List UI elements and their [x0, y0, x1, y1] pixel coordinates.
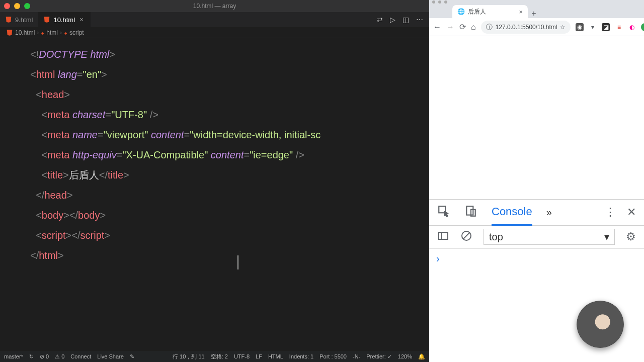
clear-console-icon[interactable]: [460, 230, 472, 244]
svg-rect-3: [439, 232, 448, 239]
tag-icon: ⬥: [64, 29, 67, 36]
indent-setting[interactable]: 空格: 2: [211, 353, 228, 360]
breadcrumb-item[interactable]: script: [69, 29, 84, 36]
inspect-element-icon[interactable]: [437, 205, 450, 220]
breadcrumb-item[interactable]: 10.html: [15, 29, 35, 36]
code-token: html: [91, 49, 110, 60]
browser-tab[interactable]: 🌐 后盾人 ×: [452, 5, 528, 18]
compare-icon[interactable]: ⇄: [377, 16, 383, 24]
more-tabs-icon[interactable]: »: [546, 207, 552, 218]
profile-avatar-icon[interactable]: [641, 23, 644, 31]
minimize-window-icon[interactable]: [14, 3, 20, 9]
svg-rect-1: [466, 206, 473, 215]
split-editor-icon[interactable]: ◫: [403, 16, 409, 24]
tag-icon: ⬥: [41, 29, 44, 36]
sync-icon[interactable]: ↻: [29, 353, 34, 360]
code-token: lang: [58, 69, 77, 80]
minimize-window-icon[interactable]: [438, 1, 441, 4]
extension-icon[interactable]: ◪: [602, 23, 610, 31]
code-token: body: [78, 210, 100, 221]
address-bar[interactable]: ⓘ 127.0.0.1:5500/10.html ☆: [481, 21, 571, 34]
device-toolbar-icon[interactable]: [464, 205, 477, 220]
notifications-icon[interactable]: 🔔: [418, 353, 425, 360]
code-token: body: [42, 210, 63, 221]
cursor-position[interactable]: 行 10，列 11: [173, 353, 205, 360]
html-file-icon: [6, 29, 13, 36]
extension-icon[interactable]: ◐: [628, 23, 636, 31]
close-tab-icon[interactable]: ×: [519, 8, 523, 16]
editor-tab-bar: 9.html 10.html × ⇄ ▷ ◫ ⋯: [0, 12, 429, 27]
globe-icon: 🌐: [457, 8, 465, 15]
code-token: html: [36, 69, 55, 80]
feedback-icon[interactable]: ✎: [130, 353, 134, 360]
eol[interactable]: LF: [256, 353, 262, 359]
chevron-right-icon: ›: [37, 29, 39, 36]
site-info-icon[interactable]: ⓘ: [486, 23, 493, 32]
code-token: "X-UA-Compatible": [122, 149, 208, 160]
errors-count[interactable]: ⊘ 0: [40, 353, 49, 360]
devtools-tab-bar: Console » ⋮ ✕: [429, 200, 644, 226]
maximize-window-icon[interactable]: [444, 1, 447, 4]
extension-icon[interactable]: ▾: [589, 23, 597, 31]
star-icon[interactable]: ☆: [560, 24, 566, 31]
console-output[interactable]: ›: [429, 249, 644, 268]
console-prompt-icon: ›: [436, 253, 440, 264]
warnings-count[interactable]: ⚠ 0: [55, 353, 64, 360]
context-selector[interactable]: top ▾: [484, 229, 615, 245]
code-token: title: [47, 169, 63, 180]
extension-icon[interactable]: ≡: [615, 23, 623, 31]
encoding[interactable]: UTF-8: [234, 353, 250, 359]
console-sidebar-icon[interactable]: [437, 230, 449, 244]
svg-line-6: [463, 233, 469, 239]
git-branch[interactable]: master*: [4, 353, 23, 359]
extension-icon[interactable]: ◉: [576, 23, 584, 31]
tab-title: 后盾人: [468, 8, 486, 16]
run-icon[interactable]: ▷: [390, 16, 395, 24]
forward-button[interactable]: →: [446, 23, 454, 32]
close-tab-icon[interactable]: ×: [78, 16, 85, 23]
code-token: meta: [47, 149, 69, 160]
vim-mode[interactable]: -N-: [353, 353, 360, 359]
code-token: html: [39, 250, 58, 261]
code-token: "en": [83, 69, 101, 80]
more-icon[interactable]: ⋯: [416, 16, 423, 24]
tab-console[interactable]: Console: [492, 199, 532, 226]
code-token: content: [151, 129, 184, 140]
html-file-icon: [5, 16, 12, 23]
code-editor[interactable]: <!DOCTYPE html> <html lang="en"> <head> …: [0, 38, 429, 351]
back-button[interactable]: ←: [433, 23, 441, 32]
page-viewport[interactable]: [429, 36, 644, 199]
console-settings-icon[interactable]: ⚙: [626, 230, 636, 243]
prettier-status[interactable]: Prettier: ✓: [366, 353, 392, 360]
new-tab-button[interactable]: +: [528, 9, 540, 18]
code-token: "width=device-width, initial-sc: [190, 129, 320, 140]
console-toolbar: top ▾ ⚙: [429, 226, 644, 249]
code-token: meta: [47, 129, 69, 140]
text-cursor: [237, 255, 238, 269]
zoom-level[interactable]: 120%: [398, 353, 412, 359]
close-window-icon[interactable]: [432, 1, 435, 4]
close-window-icon[interactable]: [4, 3, 10, 9]
code-token: DOCTYPE: [39, 49, 88, 60]
language-mode[interactable]: HTML: [268, 353, 283, 359]
code-token: script: [80, 230, 105, 241]
chrome-tab-strip: 🌐 后盾人 × +: [429, 4, 644, 18]
liveshare-status[interactable]: Live Share: [97, 353, 124, 359]
webcam-overlay: [577, 301, 624, 348]
connect-status[interactable]: Connect: [70, 353, 91, 359]
code-token: 后盾人: [69, 169, 99, 180]
code-token: head: [44, 190, 67, 201]
titlebar: 10.html — array: [0, 0, 429, 12]
breadcrumb-item[interactable]: html: [46, 29, 58, 36]
live-server-port[interactable]: Port : 5500: [319, 353, 347, 359]
indents[interactable]: Indents: 1: [289, 353, 313, 359]
devtools-menu-icon[interactable]: ⋮: [605, 206, 616, 219]
tab-10html[interactable]: 10.html ×: [38, 12, 91, 27]
maximize-window-icon[interactable]: [24, 3, 30, 9]
home-button[interactable]: ⌂: [471, 23, 476, 32]
tab-9html[interactable]: 9.html: [0, 12, 38, 27]
close-devtools-icon[interactable]: ✕: [627, 206, 636, 219]
reload-button[interactable]: ⟳: [459, 22, 466, 32]
chevron-down-icon: ▾: [604, 231, 609, 243]
breadcrumb[interactable]: 10.html › ⬥ html › ⬥ script: [0, 27, 429, 38]
